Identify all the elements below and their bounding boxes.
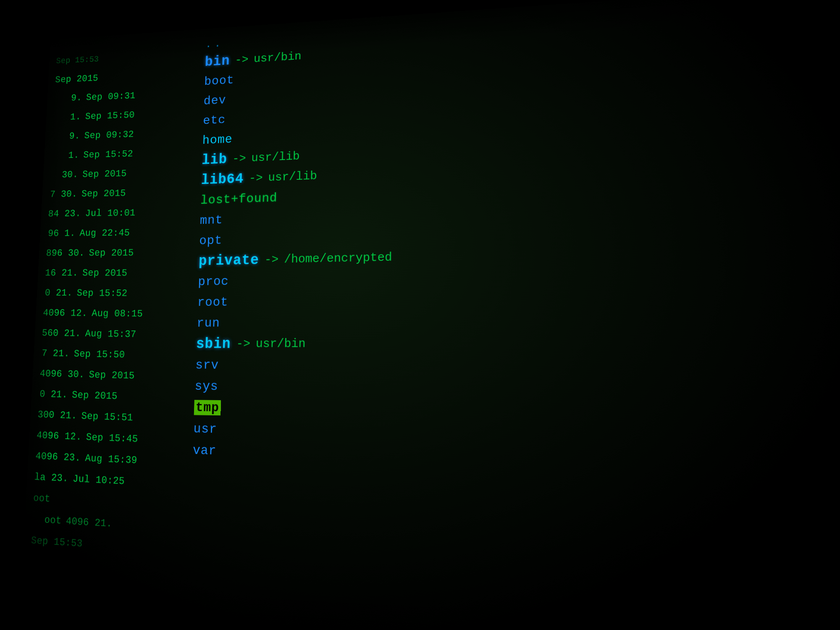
list-item: 96 1. Aug 22:45 — [47, 222, 219, 244]
list-item: 560 21. Aug 15:37 — [42, 323, 216, 346]
list-item: 16 21. Sep 2015 — [45, 263, 218, 284]
list-item: 30. Sep 2015 — [50, 162, 220, 185]
list-item: srv — [195, 354, 837, 379]
terminal-content: Sep 15:53 Sep 2015 9. Sep 09:31 1. Sep 1… — [20, 0, 840, 630]
list-item: 7 30. Sep 2015 — [49, 182, 220, 205]
list-item: 0 21. Sep 15:52 — [44, 283, 217, 304]
right-column: .. bin -> usr/bin boot dev etc home — [183, 0, 840, 630]
list-item: 4096 12. Aug 08:15 — [42, 303, 216, 326]
list-item: 896 30. Sep 2015 — [46, 243, 218, 263]
list-item: sbin -> usr/bin — [196, 331, 835, 355]
list-item: 84 23. Jul 10:01 — [48, 202, 219, 224]
terminal-screen: Sep 15:53 Sep 2015 9. Sep 09:31 1. Sep 1… — [20, 0, 840, 630]
